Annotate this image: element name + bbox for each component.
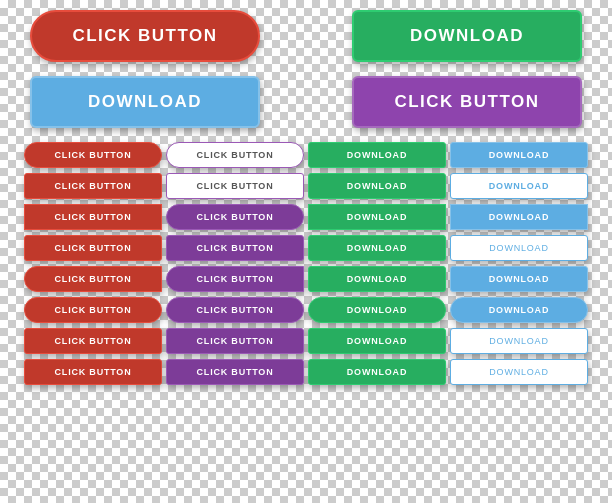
- green-btn-8[interactable]: DOWNLOAD: [308, 359, 446, 385]
- green-btn-7[interactable]: DOWNLOAD: [308, 328, 446, 354]
- red-btn-5[interactable]: CLICK BUTTON: [24, 266, 162, 292]
- blue-btn-3[interactable]: DOWNLOAD: [450, 204, 588, 230]
- blue-btn-5[interactable]: DOWNLOAD: [450, 266, 588, 292]
- col-purple: CLICK BUTTON CLICK BUTTON CLICK BUTTON C…: [166, 142, 304, 385]
- red-btn-7[interactable]: CLICK BUTTON: [24, 328, 162, 354]
- blue-btn-8[interactable]: DOWNLOAD: [450, 359, 588, 385]
- red-btn-4[interactable]: CLICK BUTTON: [24, 235, 162, 261]
- red-btn-6[interactable]: CLICK BUTTON: [24, 297, 162, 323]
- green-btn-6[interactable]: DOWNLOAD: [308, 297, 446, 323]
- purple-btn-6[interactable]: CLICK BUTTON: [166, 297, 304, 323]
- purple-btn-2[interactable]: CLICK BUTTON: [166, 173, 304, 199]
- col-green: DOWNLOAD DOWNLOAD DOWNLOAD DOWNLOAD DOWN…: [308, 142, 446, 385]
- red-btn-2[interactable]: CLICK BUTTON: [24, 173, 162, 199]
- download-button-large-blue[interactable]: DOWNLOAD: [30, 76, 260, 128]
- blue-btn-6[interactable]: DOWNLOAD: [450, 297, 588, 323]
- purple-btn-8[interactable]: CLICK BUTTON: [166, 359, 304, 385]
- download-button-large-green[interactable]: DOWNLOAD: [352, 10, 582, 62]
- green-btn-1[interactable]: DOWNLOAD: [308, 142, 446, 168]
- green-btn-5[interactable]: DOWNLOAD: [308, 266, 446, 292]
- click-button-large-purple[interactable]: CLICK BUTTON: [352, 76, 582, 128]
- red-btn-1[interactable]: CLICK BUTTON: [24, 142, 162, 168]
- green-btn-4[interactable]: DOWNLOAD: [308, 235, 446, 261]
- red-btn-3[interactable]: CLICK BUTTON: [24, 204, 162, 230]
- purple-btn-1[interactable]: CLICK BUTTON: [166, 142, 304, 168]
- click-button-large-red[interactable]: CLICK BUTTON: [30, 10, 260, 62]
- red-btn-8[interactable]: CLICK BUTTON: [24, 359, 162, 385]
- blue-btn-1[interactable]: DOWNLOAD: [450, 142, 588, 168]
- purple-btn-3[interactable]: CLICK BUTTON: [166, 204, 304, 230]
- green-btn-2[interactable]: DOWNLOAD: [308, 173, 446, 199]
- purple-btn-7[interactable]: CLICK BUTTON: [166, 328, 304, 354]
- blue-btn-2[interactable]: DOWNLOAD: [450, 173, 588, 199]
- col-blue: DOWNLOAD DOWNLOAD DOWNLOAD DOWNLOAD DOWN…: [450, 142, 588, 385]
- green-btn-3[interactable]: DOWNLOAD: [308, 204, 446, 230]
- blue-btn-4[interactable]: DOWNLOAD: [450, 235, 588, 261]
- blue-btn-7[interactable]: DOWNLOAD: [450, 328, 588, 354]
- purple-btn-5[interactable]: CLICK BUTTON: [166, 266, 304, 292]
- purple-btn-4[interactable]: CLICK BUTTON: [166, 235, 304, 261]
- col-red: CLICK BUTTON CLICK BUTTON CLICK BUTTON C…: [24, 142, 162, 385]
